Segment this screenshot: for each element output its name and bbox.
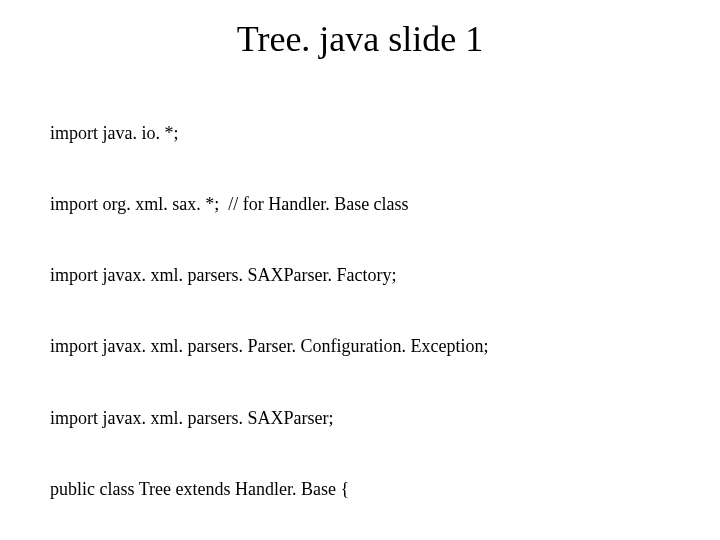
slide-title: Tree. java slide 1 — [50, 18, 670, 60]
code-line: import javax. xml. parsers. Parser. Conf… — [50, 335, 670, 359]
code-line: public class Tree extends Handler. Base … — [50, 478, 670, 502]
code-line: import javax. xml. parsers. SAXParser; — [50, 407, 670, 431]
code-line: import java. io. *; — [50, 122, 670, 146]
code-line: import javax. xml. parsers. SAXParser. F… — [50, 264, 670, 288]
code-line: import org. xml. sax. *; // for Handler.… — [50, 193, 670, 217]
code-block: import java. io. *; import org. xml. sax… — [50, 74, 670, 540]
